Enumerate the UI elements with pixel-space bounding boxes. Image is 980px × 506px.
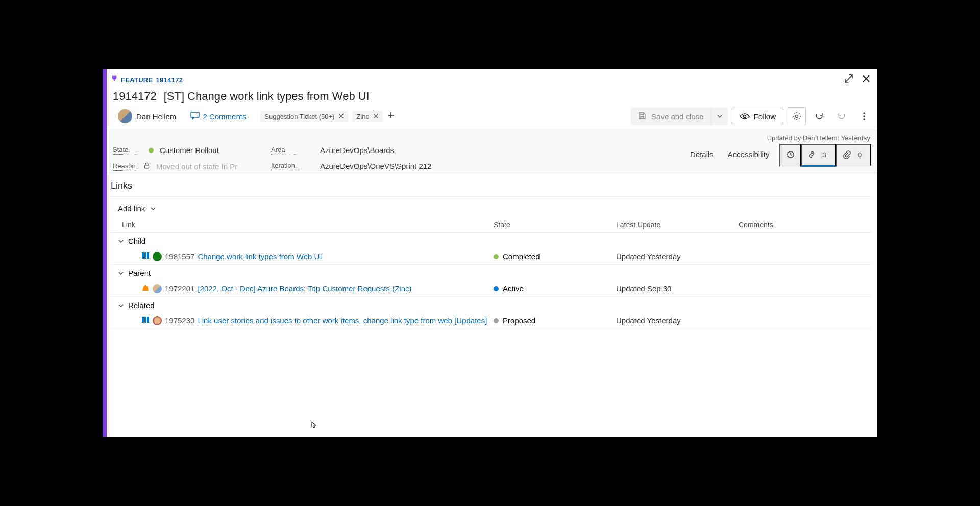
comment-icon [190, 112, 200, 121]
save-icon [638, 112, 646, 121]
fullscreen-icon[interactable] [844, 73, 854, 86]
link-row[interactable]: 1975230 Link user stories and issues to … [111, 313, 871, 329]
tag[interactable]: Suggestion Ticket (50+) [260, 111, 348, 122]
links-icon [807, 150, 816, 159]
tags: Suggestion Ticket (50+) Zinc [260, 111, 395, 122]
link-row[interactable]: 1981557 Change work link types from Web … [111, 248, 871, 265]
add-tag-button[interactable] [387, 111, 395, 121]
col-comments[interactable]: Comments [739, 221, 866, 229]
link-title[interactable]: Change work link types from Web UI [198, 252, 322, 261]
link-state: Completed [503, 252, 540, 261]
link-id: 1975230 [165, 316, 194, 325]
avatar-icon [153, 252, 162, 261]
state-dot-icon [494, 286, 499, 291]
svg-rect-8 [142, 252, 144, 259]
breadcrumb-type: FEATURE [121, 76, 153, 84]
col-latest-update[interactable]: Latest Update [616, 221, 739, 229]
links-grid: Link State Latest Update Comments Child … [111, 218, 871, 329]
add-link-label: Add link [118, 204, 145, 213]
svg-point-2 [796, 115, 798, 118]
svg-rect-11 [142, 317, 144, 323]
state-dot-icon [494, 318, 499, 323]
state-value[interactable]: Customer Rollout [160, 146, 219, 155]
svg-point-5 [864, 119, 865, 120]
svg-rect-9 [144, 252, 146, 259]
lock-icon [143, 162, 150, 171]
svg-rect-6 [145, 165, 149, 168]
tag-remove-icon[interactable] [373, 113, 379, 120]
work-item-title[interactable]: [ST] Change work link types from Web UI [164, 90, 370, 103]
tag[interactable]: Zinc [352, 111, 383, 122]
more-actions-button[interactable] [855, 107, 873, 125]
col-link[interactable]: Link [116, 221, 494, 229]
links-heading: Links [111, 181, 871, 197]
work-item-id: 1914172 [113, 90, 157, 103]
add-link-button[interactable]: Add link [111, 197, 156, 218]
group-name: Child [128, 237, 145, 245]
tag-remove-icon[interactable] [338, 113, 344, 120]
save-label: Save and close [651, 112, 704, 121]
user-story-icon [141, 251, 150, 261]
link-row[interactable]: 1972201 [2022, Oct - Dec] Azure Boards: … [111, 281, 871, 297]
history-icon [786, 150, 795, 159]
undo-icon [837, 112, 846, 121]
settings-button[interactable] [788, 107, 806, 125]
link-group-toggle[interactable]: Child [111, 233, 871, 248]
tag-label: Suggestion Ticket (50+) [264, 113, 334, 120]
tab-links[interactable]: 3 [801, 144, 836, 167]
attachments-count: 0 [854, 150, 865, 159]
trophy-icon [111, 75, 118, 84]
svg-rect-0 [191, 112, 199, 117]
state-label: State [113, 146, 137, 155]
assignee[interactable]: Dan Hellem [118, 109, 176, 123]
follow-label: Follow [754, 112, 776, 121]
chevron-down-icon [118, 270, 124, 276]
close-icon[interactable] [861, 73, 871, 86]
iteration-label: Iteration [271, 162, 300, 170]
revert-button[interactable] [832, 107, 851, 125]
tab-details[interactable]: Details [683, 145, 721, 166]
link-title[interactable]: Link user stories and issues to other wo… [198, 316, 487, 325]
col-state[interactable]: State [494, 221, 616, 229]
eye-icon [740, 113, 750, 120]
link-state: Active [503, 284, 524, 293]
link-state: Proposed [503, 316, 535, 325]
avatar-icon [153, 284, 162, 293]
reason-label: Reason [113, 162, 137, 171]
epic-icon [141, 284, 150, 293]
chevron-down-icon [118, 238, 124, 244]
tab-attachments[interactable]: 0 [836, 144, 871, 167]
refresh-button[interactable] [810, 107, 828, 125]
area-label: Area [271, 146, 296, 155]
assignee-name: Dan Hellem [136, 112, 176, 121]
tab-history[interactable] [779, 144, 801, 167]
group-name: Related [128, 301, 155, 310]
title-row: 1914172 [ST] Change work link types from… [107, 86, 877, 106]
follow-button[interactable]: Follow [732, 108, 783, 125]
link-updated: Updated Yesterday [616, 252, 739, 261]
refresh-icon [815, 112, 824, 121]
save-dropdown[interactable] [711, 108, 728, 125]
tab-accessibility[interactable]: Accessibility [721, 145, 777, 166]
avatar [118, 109, 132, 123]
svg-rect-12 [144, 317, 146, 323]
link-updated: Updated Yesterday [616, 316, 739, 325]
chevron-down-icon [150, 206, 156, 212]
iteration-value[interactable]: AzureDevOps\OneVS\Sprint 212 [320, 162, 431, 170]
tag-label: Zinc [356, 113, 369, 120]
link-title[interactable]: [2022, Oct - Dec] Azure Boards: Top Cust… [198, 284, 411, 293]
grid-header: Link State Latest Update Comments [111, 218, 871, 233]
link-group-toggle[interactable]: Parent [111, 265, 871, 281]
save-and-close-button: Save and close [631, 108, 711, 125]
links-count: 3 [819, 150, 830, 159]
area-value[interactable]: AzureDevOps\Boards [320, 146, 394, 155]
comments-link[interactable]: 2 Comments [190, 112, 246, 121]
avatar-icon [153, 316, 162, 325]
svg-point-4 [864, 116, 865, 117]
breadcrumb[interactable]: FEATURE 1914172 [111, 75, 183, 84]
state-dot-icon [149, 148, 154, 153]
svg-point-1 [743, 115, 746, 118]
svg-point-3 [864, 113, 865, 114]
link-group-toggle[interactable]: Related [111, 297, 871, 313]
group-name: Parent [128, 269, 151, 277]
